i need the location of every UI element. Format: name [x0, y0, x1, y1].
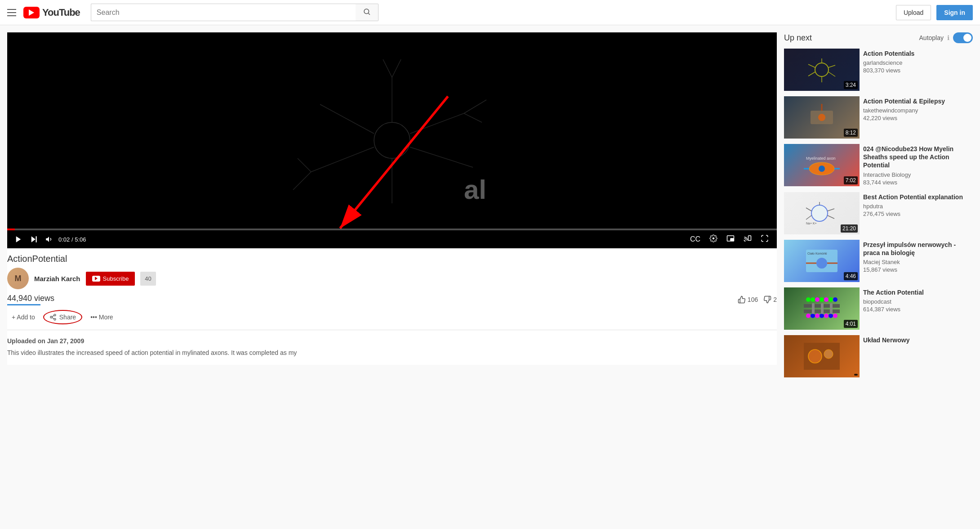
svg-point-46 — [811, 205, 828, 221]
thumbnail-container: 4:01 — [784, 287, 860, 330]
video-player[interactable]: al — [7, 32, 777, 248]
svg-line-49 — [828, 215, 834, 219]
svg-line-48 — [828, 209, 834, 211]
list-item[interactable]: 3:24 Action Potentials garlandscience 80… — [784, 49, 973, 91]
video-thumbnail — [784, 335, 860, 377]
main-layout: al — [0, 25, 980, 390]
svg-line-1 — [368, 13, 370, 14]
svg-marker-22 — [46, 237, 49, 242]
description-text: This video illustrates the increased spe… — [7, 348, 777, 358]
upload-button[interactable]: Upload — [896, 5, 931, 20]
svg-point-73 — [833, 314, 837, 318]
dislike-count: 2 — [773, 296, 777, 303]
svg-point-26 — [54, 314, 56, 316]
video-item-title: Action Potential & Epilepsy — [863, 97, 973, 105]
subscribe-button[interactable]: Subscribe — [86, 272, 135, 286]
up-next-header: Up next Autoplay ℹ — [784, 32, 973, 43]
thumbnail-container: 3:24 — [784, 49, 860, 91]
more-button[interactable]: ••• More — [86, 311, 118, 323]
search-input[interactable] — [91, 4, 356, 21]
menu-icon[interactable] — [7, 9, 16, 16]
svg-line-51 — [806, 215, 811, 220]
search-button[interactable] — [356, 4, 379, 21]
svg-rect-25 — [748, 236, 751, 241]
fullscreen-button[interactable] — [758, 233, 771, 246]
autoplay-control: Autoplay ℹ — [919, 32, 973, 43]
settings-button[interactable] — [707, 233, 720, 246]
dislike-button[interactable]: 2 — [763, 296, 777, 304]
signin-button[interactable]: Sign in — [936, 5, 973, 20]
avatar: M — [7, 268, 29, 289]
list-item[interactable]: 4:01 The Action Potential biopodcast 614… — [784, 287, 973, 330]
youtube-logo[interactable]: YouTube — [23, 7, 80, 18]
svg-line-34 — [829, 72, 835, 76]
video-item-title: Action Potentials — [863, 49, 973, 58]
svg-point-72 — [829, 314, 833, 318]
time-display: 0:02 / 5:06 — [58, 236, 86, 243]
video-item-views: 42,220 views — [863, 115, 973, 121]
thumbnail-container: 8:12 — [784, 96, 860, 139]
up-next-label: Up next — [784, 33, 812, 43]
subscriber-count: 40 — [140, 272, 156, 286]
video-item-channel: biopodcast — [863, 298, 973, 305]
likes-dislikes: 106 2 — [738, 296, 777, 304]
header-actions: Upload Sign in — [896, 5, 973, 20]
list-item[interactable]: Ciało Komórki 4:46 Przesył impulsów nerw… — [784, 240, 973, 282]
captions-button[interactable]: CC — [687, 233, 703, 245]
next-button[interactable] — [28, 233, 40, 245]
video-item-channel: Interactive Biology — [863, 171, 973, 178]
svg-line-36 — [808, 72, 815, 76]
video-item-channel: garlandscience — [863, 59, 973, 66]
list-item[interactable]: Układ Nerwowy — [784, 335, 973, 377]
video-item-title: Układ Nerwowy — [863, 336, 973, 344]
list-item[interactable]: Myelinated axon 7:02 024 @Nicodube23 How… — [784, 144, 973, 187]
svg-point-78 — [808, 350, 822, 363]
svg-point-61 — [811, 297, 815, 302]
like-button[interactable]: 106 — [738, 296, 758, 304]
autoplay-toggle[interactable] — [953, 32, 973, 43]
play-button[interactable] — [13, 233, 24, 245]
svg-line-33 — [829, 65, 835, 67]
video-duration: 4:01 — [844, 320, 858, 328]
video-duration — [854, 374, 858, 376]
thumbnail-container: Na+ K+ 21:20 — [784, 192, 860, 234]
add-to-button[interactable]: + Add to — [7, 311, 40, 323]
video-item-views: 15,867 views — [863, 266, 973, 273]
header: YouTube Upload Sign in — [0, 0, 980, 25]
video-duration: 21:20 — [841, 224, 858, 233]
volume-button[interactable] — [43, 233, 55, 245]
svg-point-71 — [824, 314, 829, 318]
share-button[interactable]: Share — [43, 310, 82, 324]
video-item-title: The Action Potential — [863, 288, 973, 296]
views-count: 44,940 views — [7, 294, 54, 303]
list-item[interactable]: Na+ K+ 21:20 Best Action Potential expla… — [784, 192, 973, 234]
svg-rect-76 — [830, 303, 833, 314]
svg-point-63 — [820, 297, 824, 302]
svg-text:al: al — [464, 175, 486, 205]
video-item-info: 024 @Nicodube23 How Myelin Sheaths speed… — [863, 144, 973, 187]
list-item[interactable]: 8:12 Action Potential & Epilepsy takethe… — [784, 96, 973, 139]
thumbnail-container: Myelinated axon 7:02 — [784, 144, 860, 186]
svg-rect-2 — [194, 32, 590, 248]
miniplayer-button[interactable] — [724, 233, 737, 246]
svg-point-0 — [364, 9, 369, 14]
autoplay-info-icon[interactable]: ℹ — [947, 34, 949, 41]
cast-button[interactable] — [741, 233, 754, 246]
svg-point-62 — [815, 297, 820, 302]
channel-row: M Marziah Karch Subscribe 40 — [7, 268, 777, 289]
video-item-info: Action Potentials garlandscience 803,370… — [863, 49, 973, 91]
video-item-info: Best Action Potential explanation hpdutr… — [863, 192, 973, 234]
svg-point-66 — [833, 297, 837, 302]
channel-name: Marziah Karch — [34, 275, 80, 282]
video-duration: 8:12 — [844, 129, 858, 137]
video-item-views: 803,370 views — [863, 67, 973, 74]
svg-point-70 — [820, 314, 824, 318]
thumbnail-container — [784, 335, 860, 377]
video-item-info: Układ Nerwowy — [863, 335, 973, 377]
svg-text:Ciało Komórki: Ciało Komórki — [807, 252, 827, 255]
svg-rect-74 — [812, 303, 815, 314]
svg-point-65 — [829, 297, 833, 302]
video-item-channel: takethewindcompany — [863, 107, 973, 114]
views-bar — [7, 304, 40, 305]
svg-point-55 — [816, 258, 827, 269]
